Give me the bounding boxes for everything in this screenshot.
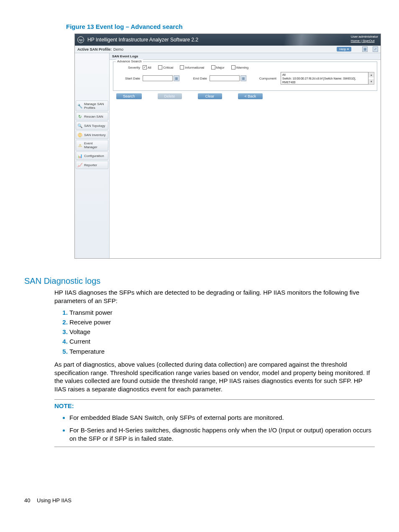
list-item: Receive power: [69, 317, 375, 327]
sidebar-item-label: Reporter: [84, 163, 107, 167]
inventory-icon: 📀: [77, 132, 82, 137]
footer-section: Using HP IIAS: [37, 497, 72, 504]
advance-search-fieldset: Advance Search Severity ✓ All Critical: [113, 62, 377, 91]
list-item: Current: [69, 337, 375, 346]
app-title: HP Intelligent Infrastructure Analyzer S…: [87, 37, 198, 43]
toolbar-icon-2[interactable]: ⤢: [373, 46, 378, 52]
scroll-down-icon[interactable]: ▾: [368, 79, 374, 84]
select-scrollbar[interactable]: ▴ ▾: [368, 72, 374, 85]
scroll-up-icon[interactable]: ▴: [368, 72, 374, 77]
checkbox-label: Informational: [185, 66, 204, 69]
back-button[interactable]: < Back: [238, 93, 263, 99]
delete-button[interactable]: Delete: [158, 93, 182, 99]
app-screenshot: hp HP Intelligent Infrastructure Analyze…: [74, 33, 381, 259]
intro-paragraph: HP IIAS diagnoses the SFPs which are det…: [54, 288, 375, 305]
component-option[interactable]: Switch: 10:00:00:27:f8:2d:c6:bf [Switch …: [282, 77, 367, 80]
severity-checkbox-major[interactable]: Major: [211, 65, 225, 69]
sidebar-item-label: SAN Topology: [84, 124, 107, 128]
wrench-icon: 🔧: [77, 103, 82, 108]
diagnostics-paragraph: As part of diagnostics, above values (co…: [54, 360, 375, 393]
sidebar-item-label: Event Manager: [84, 141, 107, 149]
sidebar-item-event-manager[interactable]: ⚠ Event Manager: [76, 140, 108, 151]
severity-checkbox-critical[interactable]: Critical: [158, 65, 173, 69]
signout-link[interactable]: SignOut: [363, 39, 375, 43]
component-label: Component: [256, 77, 279, 80]
note-label: NOTE:: [54, 399, 375, 409]
sidebar-item-label: Manage SAN Profiles: [84, 102, 107, 110]
sidebar-item-label: SAN Inventory: [84, 133, 107, 137]
calendar-icon[interactable]: ▦: [174, 75, 179, 81]
home-link[interactable]: Home: [351, 39, 360, 43]
section-heading: SAN Diagnostic logs: [24, 276, 375, 286]
checkbox-icon: [158, 65, 162, 69]
checkbox-icon: [231, 65, 235, 69]
calendar-icon[interactable]: ▦: [240, 75, 246, 81]
severity-checkbox-warning[interactable]: Warning: [231, 65, 249, 69]
user-info: User:administrator Home | SignOut: [351, 35, 378, 43]
hp-logo-icon: hp: [77, 36, 84, 43]
sidebar-item-label: Rescan SAN: [84, 115, 107, 118]
fieldset-legend: Advance Search: [116, 59, 143, 63]
notes-list: For embedded Blade SAN Switch, only SFPs…: [54, 414, 375, 447]
checkbox-label: Major: [216, 66, 225, 69]
header-graphic: [259, 34, 343, 46]
list-item: Temperature: [69, 347, 375, 356]
warning-icon: ⚠: [77, 143, 82, 148]
user-label: User:administrator: [351, 35, 378, 39]
end-date-label: End Date: [191, 77, 210, 80]
sidebar-item-san-inventory[interactable]: 📀 SAN Inventory: [76, 131, 108, 139]
page-footer: 40 Using HP IIAS: [24, 497, 375, 504]
config-icon: 📊: [77, 153, 82, 158]
start-date-label: Start Date: [116, 77, 143, 80]
sidebar-item-configuration[interactable]: 📊 Configuration: [76, 152, 108, 160]
help-button[interactable]: Help ▾: [337, 47, 351, 51]
sidebar-item-rescan-san[interactable]: ↻ Rescan SAN: [76, 112, 108, 121]
end-date-input[interactable]: [210, 75, 240, 81]
checkbox-label: All: [148, 66, 151, 69]
active-profile-label: Active SAN Profile:: [77, 47, 112, 51]
active-profile-value: Demo: [113, 47, 123, 51]
rescan-icon: ↻: [77, 114, 82, 119]
search-button[interactable]: Search: [116, 93, 142, 99]
severity-label: Severity: [116, 66, 143, 69]
checkbox-icon: ✓: [143, 65, 147, 69]
toolbar: Active SAN Profile: Demo Help ▾ ▦ ⤢: [75, 46, 381, 53]
figure-caption: Figure 13 Event log – Advanced search: [66, 23, 375, 30]
topology-icon: 🔍: [77, 123, 82, 128]
start-date-input[interactable]: [143, 75, 173, 81]
checkbox-icon: [211, 65, 215, 69]
component-option[interactable]: All: [282, 73, 367, 77]
sidebar: 🔧 Manage SAN Profiles ↻ Rescan SAN 🔍 SAN…: [75, 53, 110, 258]
sidebar-item-san-topology[interactable]: 🔍 SAN Topology: [76, 121, 108, 130]
toolbar-icon-1[interactable]: ▦: [362, 46, 368, 52]
severity-checkbox-all[interactable]: ✓ All: [143, 65, 151, 69]
checkbox-icon: [180, 65, 184, 69]
reporter-icon: 📈: [77, 162, 82, 167]
main-content: SAN Event Logs Advance Search Severity ✓…: [110, 53, 381, 258]
clear-button[interactable]: Clear: [198, 93, 222, 99]
tab-san-event-logs: SAN Event Logs: [110, 53, 381, 60]
component-option[interactable]: RMET400: [282, 80, 367, 84]
list-item: Transmit power: [69, 308, 375, 317]
list-item: Voltage: [69, 327, 375, 337]
sidebar-item-reporter[interactable]: 📈 Reporter: [76, 161, 108, 169]
severity-checkbox-informational[interactable]: Informational: [180, 65, 204, 69]
checkbox-label: Critical: [163, 66, 173, 69]
sidebar-item-manage-san-profiles[interactable]: 🔧 Manage SAN Profiles: [76, 100, 108, 111]
app-header: hp HP Intelligent Infrastructure Analyze…: [75, 34, 381, 46]
list-item: For B-Series and H-Series switches, diag…: [69, 426, 375, 443]
page-number: 40: [24, 497, 30, 504]
component-select[interactable]: All Switch: 10:00:00:27:f8:2d:c6:bf [Swi…: [281, 72, 368, 85]
list-item: For embedded Blade SAN Switch, only SFPs…: [69, 414, 375, 422]
checkbox-label: Warning: [236, 66, 249, 69]
sidebar-item-label: Configuration: [84, 154, 107, 158]
parameter-list: Transmit power Receive power Voltage Cur…: [54, 308, 375, 356]
